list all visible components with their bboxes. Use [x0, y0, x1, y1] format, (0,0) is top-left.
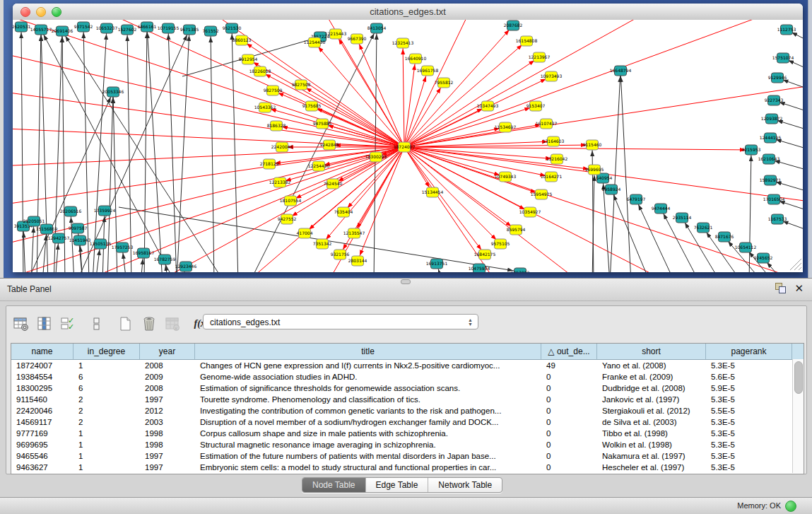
column-header-pagerank[interactable]: pagerank: [706, 344, 792, 359]
cell-short: Hescheler et al. (1997): [597, 462, 706, 473]
node-label: 9521530: [223, 25, 242, 30]
column-header-name[interactable]: name: [11, 344, 73, 359]
node-label: 16640910: [405, 56, 427, 61]
table-mode-icon[interactable]: [12, 315, 30, 333]
cell-pagerank: 5.3E-5: [706, 439, 792, 450]
node-label: 9827509: [264, 88, 283, 93]
cell-title: Estimation of the future numbers of pati…: [195, 450, 541, 462]
network-edge: [404, 147, 751, 150]
table-panel-header: Table Panel ✕: [0, 278, 812, 301]
status-bar: Memory: OK: [0, 497, 812, 514]
node-label: 1640954: [594, 175, 613, 180]
table-row[interactable]: 1456911722003Disruption of a novel membe…: [11, 416, 804, 428]
node-label: 7955812: [435, 80, 454, 85]
node-label: 18226058: [249, 69, 271, 74]
memory-status-label: Memory: OK: [737, 501, 781, 510]
cell-year: 2003: [140, 416, 195, 428]
select-rows-icon[interactable]: ✓✓: [59, 315, 77, 333]
node-label: 12942757: [48, 235, 70, 240]
node-label: 22420046: [271, 144, 293, 149]
table-panel: ✓✓xf(x) citations_edges.txt ▲▼ namein_de…: [6, 305, 807, 474]
scrollbar-thumb[interactable]: [794, 361, 803, 394]
node-label: 9671385: [180, 27, 199, 32]
column-header-out_degree[interactable]: △ out_de...: [541, 344, 597, 359]
column-header-title[interactable]: title: [195, 344, 541, 359]
cell-short: Nakamura et al. (1997): [597, 450, 706, 462]
tab-node-table[interactable]: Node Table: [302, 478, 366, 492]
close-panel-icon[interactable]: ✕: [794, 283, 804, 293]
resize-grip-icon[interactable]: [799, 267, 801, 270]
dropdown-stepper-icon: ▲▼: [466, 316, 474, 329]
table-row[interactable]: 1830029562008Estimation of significance …: [11, 382, 804, 394]
network-edge: [404, 147, 485, 255]
delete-column-icon[interactable]: [140, 315, 158, 333]
node-label: 10653237: [96, 25, 118, 30]
node-label: 16648794: [610, 68, 632, 73]
node-label: 12444195: [760, 135, 782, 140]
node-label: 13164603: [543, 139, 565, 144]
node-label: 18107554: [280, 198, 302, 203]
network-window-titlebar[interactable]: citations_edges.txt: [13, 4, 803, 21]
node-label: 9153407: [526, 103, 546, 108]
node-label: 761552: [203, 28, 219, 33]
cell-out_degree: 0: [541, 450, 597, 462]
table-selector-dropdown[interactable]: citations_edges.txt ▲▼: [203, 314, 478, 329]
cell-name: 18724007: [11, 360, 73, 371]
node-label: 7351342: [313, 241, 332, 246]
tab-network-table[interactable]: Network Table: [428, 478, 502, 492]
clear-selection-icon[interactable]: [88, 315, 106, 333]
svg-text:✓: ✓: [68, 322, 74, 331]
node-label: 9575105: [491, 241, 510, 246]
table-row[interactable]: 969969511998Structural magnetic resonanc…: [11, 439, 804, 450]
node-label: 9242848: [320, 142, 339, 147]
table-row[interactable]: 1872400712008Changes of HCN gene express…: [11, 360, 804, 371]
cell-year: 2008: [140, 360, 195, 371]
cell-pagerank: 5.9E-5: [706, 382, 792, 394]
left-edge-strip: [0, 0, 4, 278]
cell-pagerank: 5.3E-5: [706, 394, 792, 405]
column-header-short[interactable]: short: [597, 344, 706, 359]
node-label: 8912954: [239, 57, 258, 62]
cell-pagerank: 5.6E-5: [706, 371, 792, 382]
cell-title: Disruption of a novel member of a sodium…: [195, 416, 541, 428]
table-row[interactable]: 2242004622012Investigating the contribut…: [11, 405, 804, 416]
cell-title: Tourette syndrome. Phenomenology and cla…: [195, 394, 541, 405]
vertical-scrollbar[interactable]: [792, 359, 804, 473]
node-label: 18724007: [394, 144, 416, 149]
table-row[interactable]: 977716911998Corpus callosum shape and si…: [11, 428, 804, 439]
node-label: 2718129: [260, 161, 279, 166]
node-label: 10347493: [477, 103, 499, 108]
column-header-year[interactable]: year: [140, 344, 195, 359]
node-label: 9115460: [583, 142, 602, 147]
node-label: 10543362: [254, 105, 276, 110]
cell-in_degree: 1: [73, 450, 140, 462]
node-label: 9321756: [331, 252, 350, 257]
node-label: 17359924: [94, 208, 116, 213]
cell-in_degree: 2: [73, 405, 140, 416]
node-label: 1167533: [768, 216, 787, 221]
node-label: 8215953: [742, 147, 761, 152]
network-edge: [358, 147, 404, 261]
right-edge-strip: [808, 0, 812, 278]
tab-edge-table[interactable]: Edge Table: [366, 478, 429, 492]
new-column-icon[interactable]: [117, 315, 135, 333]
network-edge: [404, 147, 599, 272]
delete-table-icon[interactable]: x: [163, 315, 182, 333]
network-canvas[interactable]: 1872400726205311405571720691406937154210…: [13, 20, 803, 272]
resize-grip-icon[interactable]: [794, 263, 801, 270]
splitter-handle[interactable]: [401, 279, 411, 284]
node-label: 10654112: [735, 245, 757, 250]
network-edge: [404, 59, 416, 147]
table-row[interactable]: 946362711997Embryonic stem cells: a mode…: [11, 462, 804, 473]
table-row[interactable]: 946554611997Estimation of the future num…: [11, 450, 804, 462]
float-panel-icon[interactable]: [775, 283, 786, 293]
node-label: 12093872: [761, 116, 783, 121]
panel-title: Table Panel: [7, 284, 52, 294]
node-label: 18300295: [365, 154, 387, 159]
column-header-in_degree[interactable]: in_degree: [73, 344, 140, 359]
table-row[interactable]: 911546021997Tourette syndrome. Phenomeno…: [11, 394, 804, 405]
node-label: 7635404: [334, 209, 353, 214]
show-columns-icon[interactable]: [35, 315, 54, 333]
table-row[interactable]: 1938455462009Genome-wide association stu…: [11, 371, 804, 382]
cell-title: Investigating the contribution of common…: [195, 405, 541, 416]
